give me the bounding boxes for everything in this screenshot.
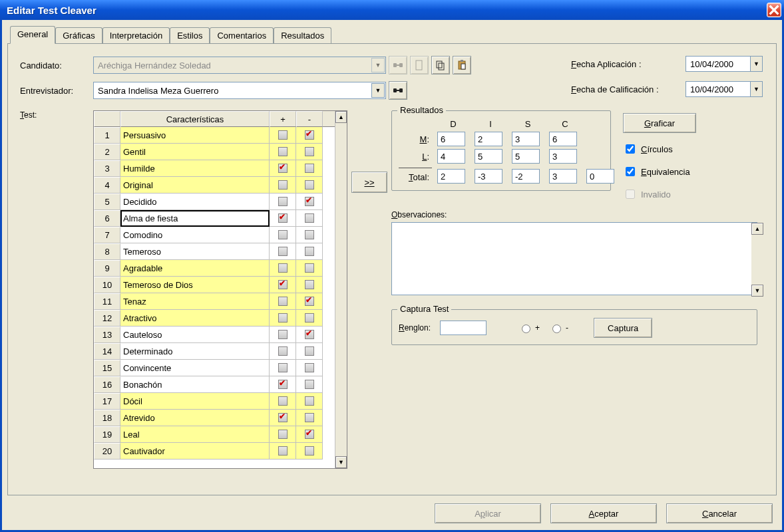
results-M-C[interactable] bbox=[549, 132, 577, 146]
table-row[interactable]: 12Atractivo bbox=[94, 310, 347, 327]
checkbox-icon[interactable] bbox=[278, 330, 288, 339]
captura-button[interactable]: Captura bbox=[594, 318, 652, 338]
row-plus-cell[interactable] bbox=[270, 310, 296, 327]
row-plus-cell[interactable] bbox=[270, 360, 296, 376]
row-plus-cell[interactable] bbox=[270, 260, 296, 277]
row-minus-cell[interactable] bbox=[296, 144, 323, 160]
checkbox-icon[interactable] bbox=[305, 280, 314, 289]
row-minus-cell[interactable] bbox=[296, 327, 323, 343]
row-text[interactable]: Agradable bbox=[120, 260, 270, 277]
checkbox-icon[interactable] bbox=[305, 164, 314, 173]
aceptar-button[interactable]: Aceptar bbox=[550, 503, 657, 523]
captura-minus-radio[interactable]: - bbox=[549, 323, 568, 333]
grid-header-plus[interactable]: + bbox=[270, 111, 296, 127]
results-L-D[interactable] bbox=[437, 149, 465, 164]
checkbox-icon[interactable] bbox=[278, 430, 288, 439]
row-text[interactable]: Comodino bbox=[120, 227, 270, 243]
scroll-down-button[interactable]: ▼ bbox=[335, 456, 347, 468]
row-text[interactable]: Cautivador bbox=[120, 443, 270, 460]
table-row[interactable]: 7Comodino bbox=[94, 227, 347, 243]
checkbox-icon[interactable] bbox=[278, 197, 288, 206]
checkbox-icon[interactable] bbox=[305, 413, 314, 422]
renglon-input[interactable] bbox=[440, 321, 487, 335]
checkbox-icon[interactable] bbox=[305, 380, 314, 389]
checkbox-icon[interactable] bbox=[278, 297, 288, 306]
row-minus-cell[interactable] bbox=[296, 360, 323, 376]
row-text[interactable]: Alma de fiesta bbox=[120, 210, 270, 227]
checkbox-icon[interactable] bbox=[305, 130, 314, 140]
table-row[interactable]: 20Cautivador bbox=[94, 443, 347, 460]
captura-plus-radio-input[interactable] bbox=[522, 325, 530, 333]
tab-graficas[interactable]: Gráficas bbox=[55, 27, 102, 44]
tab-interpretacion[interactable]: Interpretación bbox=[102, 27, 170, 44]
row-text[interactable]: Tenaz bbox=[120, 293, 270, 310]
checkbox-icon[interactable] bbox=[278, 130, 288, 140]
checkbox-icon[interactable] bbox=[278, 213, 288, 223]
checkbox-icon[interactable] bbox=[278, 363, 288, 372]
results-L-C[interactable] bbox=[549, 149, 577, 164]
entrevistador-input[interactable] bbox=[94, 86, 371, 96]
checkbox-icon[interactable] bbox=[305, 363, 314, 372]
graficar-button[interactable]: Graficar bbox=[623, 113, 696, 133]
checkbox-icon[interactable] bbox=[305, 396, 314, 406]
row-plus-cell[interactable] bbox=[270, 127, 296, 144]
row-plus-cell[interactable] bbox=[270, 210, 296, 227]
equivalencia-checkbox[interactable]: Equivalencia bbox=[623, 165, 696, 178]
checkbox-icon[interactable] bbox=[278, 346, 288, 356]
tab-general[interactable]: General bbox=[10, 26, 55, 44]
row-minus-cell[interactable] bbox=[296, 376, 323, 393]
checkbox-icon[interactable] bbox=[305, 346, 314, 356]
table-row[interactable]: 10Temeroso de Dios bbox=[94, 277, 347, 293]
row-minus-cell[interactable] bbox=[296, 210, 323, 227]
row-text[interactable]: Leal bbox=[120, 426, 270, 443]
fecha-aplicacion-dropdown[interactable]: ▼ bbox=[750, 57, 762, 71]
row-plus-cell[interactable] bbox=[270, 426, 296, 443]
checkbox-icon[interactable] bbox=[305, 330, 314, 339]
row-minus-cell[interactable] bbox=[296, 443, 323, 460]
tab-estilos[interactable]: Estilos bbox=[170, 27, 210, 44]
row-minus-cell[interactable] bbox=[296, 277, 323, 293]
checkbox-icon[interactable] bbox=[305, 247, 314, 256]
equivalencia-checkbox-input[interactable] bbox=[626, 167, 635, 176]
row-minus-cell[interactable] bbox=[296, 343, 323, 360]
row-text[interactable]: Temeroso de Dios bbox=[120, 277, 270, 293]
fecha-aplicacion-input[interactable] bbox=[686, 57, 750, 71]
checkbox-icon[interactable] bbox=[278, 380, 288, 389]
fecha-calificacion-dropdown[interactable]: ▼ bbox=[750, 82, 762, 96]
table-row[interactable]: 11Tenaz bbox=[94, 293, 347, 310]
checkbox-icon[interactable] bbox=[305, 147, 314, 156]
entrevistador-combo[interactable]: ▼ bbox=[93, 82, 386, 99]
table-row[interactable]: 3Humilde bbox=[94, 160, 347, 177]
close-button[interactable] bbox=[767, 3, 781, 17]
checkbox-icon[interactable] bbox=[278, 164, 288, 173]
checkbox-icon[interactable] bbox=[278, 413, 288, 422]
checkbox-icon[interactable] bbox=[305, 263, 314, 273]
row-minus-cell[interactable] bbox=[296, 393, 323, 410]
checkbox-icon[interactable] bbox=[305, 213, 314, 223]
checkbox-icon[interactable] bbox=[278, 313, 288, 323]
row-text[interactable]: Cauteloso bbox=[120, 327, 270, 343]
row-minus-cell[interactable] bbox=[296, 177, 323, 194]
row-text[interactable]: Gentil bbox=[120, 144, 270, 160]
results-T-extra[interactable] bbox=[586, 169, 614, 184]
results-M-D[interactable] bbox=[437, 132, 465, 146]
table-row[interactable]: 18Atrevido bbox=[94, 410, 347, 426]
checkbox-icon[interactable] bbox=[278, 263, 288, 273]
row-plus-cell[interactable] bbox=[270, 393, 296, 410]
checkbox-icon[interactable] bbox=[305, 430, 314, 439]
fecha-aplicacion-field[interactable]: ▼ bbox=[686, 56, 763, 72]
circulos-checkbox-input[interactable] bbox=[626, 144, 635, 154]
fecha-calificacion-input[interactable] bbox=[686, 82, 750, 96]
checkbox-icon[interactable] bbox=[278, 247, 288, 256]
row-plus-cell[interactable] bbox=[270, 343, 296, 360]
checkbox-icon[interactable] bbox=[278, 147, 288, 156]
checkbox-icon[interactable] bbox=[305, 297, 314, 306]
captura-plus-radio[interactable]: + bbox=[518, 323, 540, 333]
row-minus-cell[interactable] bbox=[296, 293, 323, 310]
row-plus-cell[interactable] bbox=[270, 144, 296, 160]
scroll-track[interactable] bbox=[335, 123, 347, 456]
row-minus-cell[interactable] bbox=[296, 160, 323, 177]
copy-button[interactable] bbox=[431, 56, 450, 74]
checkbox-icon[interactable] bbox=[305, 180, 314, 190]
row-text[interactable]: Humilde bbox=[120, 160, 270, 177]
